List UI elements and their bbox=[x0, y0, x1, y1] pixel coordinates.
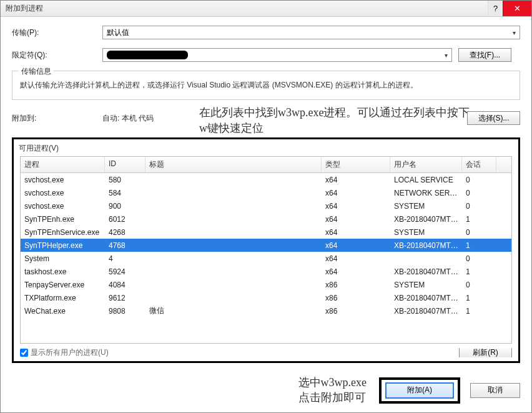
transport-info-legend: 传输信息 bbox=[19, 66, 54, 77]
attach-to-value: 自动: 本机 代码 bbox=[102, 113, 461, 124]
cell-proc: SynTPEnh.exe bbox=[21, 212, 105, 226]
cell-user: XB-20180407MTF... bbox=[390, 291, 462, 305]
select-button[interactable]: 选择(S)... bbox=[467, 111, 520, 125]
qualifier-label: 限定符(Q): bbox=[12, 50, 102, 61]
cell-type: x86 bbox=[322, 291, 390, 305]
window-title: 附加到进程 bbox=[6, 3, 43, 14]
cell-proc: SynTPEnhService.exe bbox=[21, 226, 105, 239]
cell-title bbox=[145, 217, 322, 222]
qualifier-row: 限定符(Q): ▾ 查找(F)... bbox=[12, 48, 520, 62]
cell-sess: 1 bbox=[462, 212, 496, 226]
cell-title bbox=[145, 230, 322, 235]
cell-id: 4768 bbox=[105, 239, 145, 252]
attach-to-process-dialog: 附加到进程 ? ✕ 传输(P): 默认值 ▾ 限定符(Q): ▾ 查找(F)..… bbox=[0, 0, 532, 413]
show-all-users-input[interactable] bbox=[20, 349, 28, 357]
cell-sess: 1 bbox=[462, 265, 496, 279]
table-row[interactable]: SynTPHelper.exe4768x64XB-20180407MTF...1 bbox=[21, 239, 511, 252]
cell-user: XB-20180407MTF... bbox=[390, 265, 462, 279]
cell-user: LOCAL SERVICE bbox=[390, 173, 462, 187]
cell-title bbox=[145, 256, 322, 261]
help-button[interactable]: ? bbox=[488, 1, 503, 16]
table-row[interactable]: TXPlatform.exe9612x86XB-20180407MTF...1 bbox=[21, 291, 511, 304]
cell-proc: svchost.exe bbox=[21, 173, 105, 187]
table-footer-row: 显示所有用户的进程(U) 刷新(R) bbox=[20, 347, 512, 357]
cell-user: SYSTEM bbox=[390, 278, 462, 292]
table-body[interactable]: svchost.exe580x64LOCAL SERVICE0svchost.e… bbox=[21, 173, 511, 343]
cell-sess: 0 bbox=[462, 252, 496, 266]
cell-sess: 0 bbox=[462, 199, 496, 213]
col-type[interactable]: 类型 bbox=[322, 157, 390, 172]
table-row[interactable]: TenpayServer.exe4084x86SYSTEM0 bbox=[21, 278, 511, 291]
cell-id: 580 bbox=[105, 173, 145, 187]
qualifier-combo[interactable]: ▾ bbox=[102, 48, 452, 62]
cell-id: 4084 bbox=[105, 278, 145, 292]
cell-title: 微信 bbox=[145, 303, 322, 319]
cell-type: x64 bbox=[322, 265, 390, 279]
cell-proc: SynTPHelper.exe bbox=[21, 239, 105, 252]
cell-id: 900 bbox=[105, 199, 145, 213]
cell-proc: System bbox=[21, 252, 105, 266]
cell-type: x64 bbox=[322, 199, 390, 213]
attach-highlight-box: 附加(A) bbox=[379, 377, 460, 404]
table-header: 进程 ID 标题 类型 用户名 会话 bbox=[21, 157, 511, 173]
cell-user: SYSTEM bbox=[390, 199, 462, 213]
cell-id: 4268 bbox=[105, 226, 145, 239]
col-session[interactable]: 会话 bbox=[462, 157, 496, 172]
attach-to-row: 附加到: 自动: 本机 代码 选择(S)... bbox=[12, 111, 520, 125]
cell-sess: 0 bbox=[462, 278, 496, 292]
cell-user: XB-20180407MTF... bbox=[390, 212, 462, 226]
cell-user: SYSTEM bbox=[390, 226, 462, 239]
cancel-button[interactable]: 取消 bbox=[470, 383, 520, 398]
find-button[interactable]: 查找(F)... bbox=[458, 48, 511, 62]
cell-proc: TXPlatform.exe bbox=[21, 291, 105, 305]
refresh-button[interactable]: 刷新(R) bbox=[459, 347, 512, 357]
available-processes-legend: 可用进程(V) bbox=[19, 143, 512, 154]
table-row[interactable]: svchost.exe900x64SYSTEM0 bbox=[21, 199, 511, 212]
attach-button[interactable]: 附加(A) bbox=[385, 382, 454, 399]
cell-proc: svchost.exe bbox=[21, 199, 105, 213]
cell-user bbox=[390, 256, 462, 261]
cell-sess: 0 bbox=[462, 226, 496, 239]
cell-id: 9808 bbox=[105, 304, 145, 318]
cell-sess: 0 bbox=[462, 173, 496, 187]
titlebar: 附加到进程 ? ✕ bbox=[1, 1, 531, 17]
cell-title bbox=[145, 191, 322, 196]
cell-sess: 0 bbox=[462, 186, 496, 200]
table-row[interactable]: WeChat.exe9808微信x86XB-20180407MTF...1 bbox=[21, 304, 511, 317]
transport-info-text: 默认传输允许选择此计算机上的进程，或选择运行 Visual Studio 远程调… bbox=[20, 80, 512, 91]
dialog-content: 传输(P): 默认值 ▾ 限定符(Q): ▾ 查找(F)... 传输信息 默认传… bbox=[1, 17, 531, 369]
cell-proc: taskhost.exe bbox=[21, 265, 105, 279]
col-process[interactable]: 进程 bbox=[21, 157, 105, 172]
cell-type: x64 bbox=[322, 173, 390, 187]
cell-user: XB-20180407MTF... bbox=[390, 304, 462, 318]
attach-to-label: 附加到: bbox=[12, 113, 102, 124]
cell-sess: 1 bbox=[462, 291, 496, 305]
cell-id: 9612 bbox=[105, 291, 145, 305]
table-row[interactable]: SynTPEnhService.exe4268x64SYSTEM0 bbox=[21, 226, 511, 239]
col-user[interactable]: 用户名 bbox=[390, 157, 462, 172]
transport-combo[interactable]: 默认值 ▾ bbox=[102, 26, 520, 39]
process-table[interactable]: 进程 ID 标题 类型 用户名 会话 svchost.exe580x64LOCA… bbox=[20, 156, 512, 344]
table-row[interactable]: svchost.exe584x64NETWORK SERVICE0 bbox=[21, 186, 511, 199]
cell-type: x64 bbox=[322, 239, 390, 252]
transport-info-box: 传输信息 默认传输允许选择此计算机上的进程，或选择运行 Visual Studi… bbox=[12, 71, 520, 100]
col-id[interactable]: ID bbox=[105, 157, 145, 172]
table-row[interactable]: System4x640 bbox=[21, 252, 511, 265]
transport-value: 默认值 bbox=[107, 27, 129, 38]
show-all-users-checkbox[interactable]: 显示所有用户的进程(U) bbox=[20, 347, 109, 357]
chevron-down-icon: ▾ bbox=[513, 29, 516, 36]
cell-title bbox=[145, 269, 322, 274]
table-row[interactable]: taskhost.exe5924x64XB-20180407MTF...1 bbox=[21, 265, 511, 278]
table-row[interactable]: svchost.exe580x64LOCAL SERVICE0 bbox=[21, 173, 511, 186]
window-controls: ? ✕ bbox=[488, 1, 531, 16]
cell-title bbox=[145, 177, 322, 182]
cell-title bbox=[145, 204, 322, 209]
cell-proc: TenpayServer.exe bbox=[21, 278, 105, 292]
col-title[interactable]: 标题 bbox=[145, 157, 322, 172]
close-button[interactable]: ✕ bbox=[503, 1, 531, 16]
cell-type: x86 bbox=[322, 304, 390, 318]
transport-row: 传输(P): 默认值 ▾ bbox=[12, 26, 520, 39]
table-row[interactable]: SynTPEnh.exe6012x64XB-20180407MTF...1 bbox=[21, 212, 511, 226]
cell-id: 5924 bbox=[105, 265, 145, 279]
cell-title bbox=[145, 243, 322, 248]
